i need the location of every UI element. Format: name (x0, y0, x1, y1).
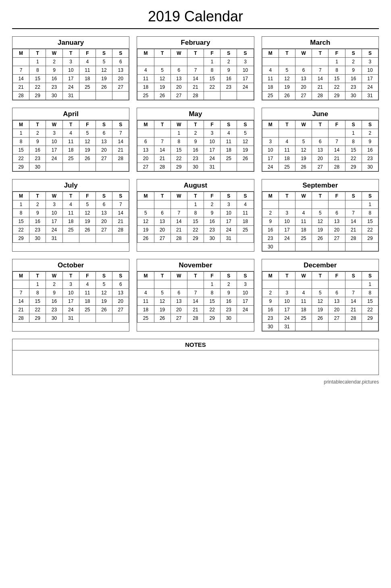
day-cell: 25 (137, 92, 154, 100)
day-header: F (329, 272, 345, 280)
day-cell: 14 (112, 138, 129, 146)
day-cell (62, 163, 79, 171)
day-cell (329, 323, 345, 331)
notes-body[interactable] (12, 350, 379, 375)
day-cell: 13 (112, 66, 129, 75)
day-cell: 29 (204, 314, 220, 323)
day-cell (345, 200, 362, 209)
day-cell: 28 (312, 92, 329, 100)
day-cell: 18 (295, 226, 312, 234)
day-header: T (279, 192, 295, 200)
day-cell: 31 (46, 234, 62, 243)
day-header: T (187, 121, 204, 129)
day-cell (112, 234, 129, 243)
day-cell: 1 (29, 58, 46, 66)
day-cell: 4 (137, 66, 154, 75)
week-row: 17181920212223 (262, 154, 378, 163)
day-cell: 21 (187, 306, 204, 314)
day-header: T (62, 272, 79, 280)
day-cell: 19 (137, 226, 154, 234)
day-cell: 22 (362, 226, 378, 234)
day-cell: 29 (13, 234, 29, 243)
day-cell: 19 (312, 226, 329, 234)
day-cell (329, 200, 345, 209)
day-cell: 10 (237, 66, 254, 75)
day-cell: 5 (137, 209, 154, 217)
day-cell: 17 (237, 297, 254, 306)
day-cell (96, 163, 112, 171)
day-cell: 28 (112, 154, 129, 163)
day-cell: 9 (46, 289, 62, 297)
month-title-july: July (12, 179, 129, 192)
day-cell: 14 (187, 297, 204, 306)
day-header: T (312, 272, 329, 280)
week-row: 123 (262, 58, 378, 66)
day-cell (154, 200, 171, 209)
day-cell: 23 (29, 154, 46, 163)
week-row: 9101112131415 (262, 297, 378, 306)
week-row: 1234567 (13, 200, 129, 209)
day-cell: 13 (137, 146, 154, 154)
day-cell: 11 (237, 209, 254, 217)
month-table-august: MTWTFSS123456789101112131415161718192021… (137, 192, 254, 243)
day-header: T (312, 121, 329, 129)
day-cell: 4 (137, 289, 154, 297)
day-cell: 7 (329, 138, 345, 146)
day-header: T (154, 272, 171, 280)
day-cell: 30 (29, 234, 46, 243)
day-cell: 20 (96, 217, 112, 226)
day-cell: 4 (237, 200, 254, 209)
day-cell: 25 (220, 154, 237, 163)
week-row: 12 (262, 129, 378, 138)
day-header: F (329, 192, 345, 200)
day-cell: 6 (329, 209, 345, 217)
day-cell: 1 (13, 200, 29, 209)
day-cell: 14 (345, 297, 362, 306)
day-header: W (295, 192, 312, 200)
day-cell: 28 (345, 234, 362, 243)
day-header: S (112, 272, 129, 280)
week-row: 12345 (137, 129, 254, 138)
month-table-june: MTWTFSS123456789101112131415161718192021… (262, 120, 379, 171)
day-cell (279, 58, 295, 66)
day-cell: 10 (279, 297, 295, 306)
day-cell: 9 (29, 138, 46, 146)
day-cell: 3 (62, 58, 79, 66)
day-cell: 5 (79, 200, 96, 209)
day-cell: 4 (295, 289, 312, 297)
day-header: T (62, 121, 79, 129)
day-cell: 11 (262, 75, 279, 83)
day-cell: 16 (262, 226, 279, 234)
day-header: S (220, 49, 237, 58)
day-cell: 27 (295, 92, 312, 100)
day-header: S (237, 192, 254, 200)
day-cell (171, 200, 187, 209)
day-cell: 16 (220, 297, 237, 306)
day-cell: 5 (154, 66, 171, 75)
week-row: 1234567 (13, 129, 129, 138)
day-cell: 11 (137, 297, 154, 306)
day-cell: 31 (62, 92, 79, 100)
day-cell: 15 (171, 146, 187, 154)
day-cell: 23 (46, 306, 62, 314)
day-cell: 8 (204, 289, 220, 297)
month-block-august: AugustMTWTFSS123456789101112131415161718… (137, 179, 254, 252)
day-cell: 13 (171, 297, 187, 306)
day-cell: 18 (137, 83, 154, 92)
day-cell: 7 (187, 289, 204, 297)
day-header: W (46, 192, 62, 200)
month-table-february: MTWTFSS123456789101112131415161718192021… (137, 49, 254, 100)
day-cell: 2 (220, 58, 237, 66)
day-cell: 10 (262, 146, 279, 154)
day-cell: 18 (79, 297, 96, 306)
day-cell: 29 (13, 163, 29, 171)
day-cell: 21 (112, 217, 129, 226)
day-cell (295, 243, 312, 251)
day-cell: 8 (362, 209, 378, 217)
week-row: 30 (262, 243, 378, 251)
day-header: T (279, 272, 295, 280)
week-row: 1234 (137, 200, 254, 209)
day-cell: 12 (312, 217, 329, 226)
day-cell: 2 (29, 200, 46, 209)
day-cell: 22 (29, 83, 46, 92)
